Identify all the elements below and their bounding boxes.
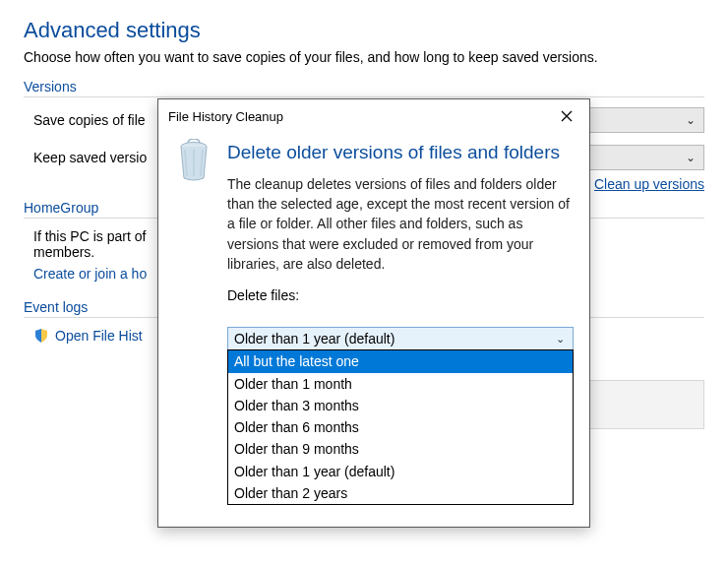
section-versions-header: Versions — [24, 79, 704, 94]
close-button[interactable] — [554, 105, 579, 127]
homegroup-text-suffix: members. — [33, 244, 94, 260]
dropdown-option[interactable]: All but the latest one — [228, 350, 573, 372]
page-title: Advanced settings — [24, 18, 704, 43]
chevron-down-icon: ⌄ — [686, 113, 696, 127]
shield-icon — [33, 328, 49, 344]
divider — [24, 96, 704, 97]
page-subtitle: Choose how often you want to save copies… — [24, 49, 704, 65]
close-icon — [561, 110, 573, 122]
delete-files-label: Delete files: — [227, 287, 574, 303]
homegroup-text-prefix: If this PC is part of — [33, 228, 146, 244]
homegroup-join-link[interactable]: Create or join a ho — [33, 266, 147, 282]
open-file-history-link[interactable]: Open File Hist — [55, 328, 143, 344]
chevron-down-icon: ⌄ — [556, 333, 565, 346]
delete-files-select[interactable]: Older than 1 year (default) ⌄ — [227, 327, 574, 350]
dropdown-option[interactable]: Older than 6 months — [228, 416, 573, 438]
dropdown-option[interactable]: Older than 2 years — [228, 482, 573, 504]
dialog-description: The cleanup deletes versions of files an… — [227, 174, 574, 274]
dropdown-option[interactable]: Older than 1 month — [228, 373, 573, 395]
recycle-bin-icon — [174, 139, 213, 182]
delete-files-selected-value: Older than 1 year (default) — [234, 331, 394, 346]
dropdown-option[interactable]: Older than 1 year (default) — [228, 461, 573, 482]
delete-files-dropdown: All but the latest oneOlder than 1 month… — [227, 349, 574, 505]
dropdown-option[interactable]: Older than 3 months — [228, 395, 573, 416]
dialog-heading: Delete older versions of files and folde… — [227, 141, 574, 164]
chevron-down-icon: ⌄ — [686, 151, 696, 164]
dialog-title: File History Cleanup — [168, 109, 283, 124]
file-history-cleanup-dialog: File History Cleanup Delete older versio… — [157, 98, 590, 528]
cleanup-versions-link[interactable]: Clean up versions — [594, 176, 704, 192]
dropdown-option[interactable]: Older than 9 months — [228, 438, 573, 460]
